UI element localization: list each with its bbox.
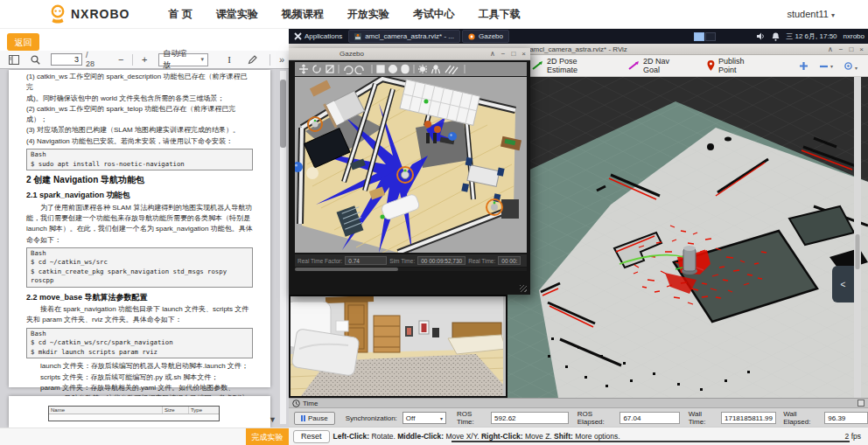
time-panel-titlebar[interactable]: Time — [289, 399, 868, 408]
zoom-in-icon[interactable]: + — [137, 52, 151, 67]
taskbar-window-title: Gazebo — [479, 32, 503, 40]
wall-elapsed-field[interactable]: 96.39 — [824, 412, 868, 424]
more-tools-icon[interactable]: » — [275, 52, 289, 67]
chevron-down-icon: ▾ — [440, 415, 443, 421]
code-block: Bash $ cd ~/catkin_ws/src/spark_navigati… — [26, 328, 253, 359]
close-icon[interactable]: × — [522, 50, 526, 58]
gazebo-hscrollbar-thumb[interactable] — [295, 268, 398, 271]
doc-heading-2: 2 创建 Navigation 导航功能包 — [26, 175, 253, 185]
back-button[interactable]: 返回 — [7, 33, 39, 51]
tool-properties-button[interactable]: ▾ — [844, 61, 858, 71]
pdf-panel: 返回 / 28 − + 自动缩放 ▾ I » — [0, 29, 289, 428]
rviz-window-controls: ∧ − □ × — [828, 44, 864, 55]
doc-line: (2) catkin_ws 工作空间的 spark_telop 功能包已存在（前… — [26, 104, 253, 126]
tool-2d-pose-estimate[interactable]: 2D Pose Estimate — [532, 57, 609, 74]
tool-2d-nav-goal[interactable]: 2D Nav Goal — [628, 57, 688, 74]
code-line: $ mkdir launch scripts param rviz — [31, 348, 248, 358]
help-key: Shift: — [554, 432, 573, 441]
figure-col-name: Name — [49, 407, 163, 414]
real-time-value: 00 00: — [498, 256, 521, 265]
bell-icon[interactable] — [772, 32, 780, 41]
finish-experiment-button[interactable]: 完成实验 — [246, 428, 289, 445]
clock-icon — [292, 400, 300, 407]
remove-tool-button[interactable]: ▾ — [819, 63, 833, 69]
gazebo-status-bar: Real Time Factor: 0.74 Sim Time: 00 00:0… — [295, 254, 527, 267]
views-panel-collapse-tab[interactable]: < — [832, 266, 854, 302]
minimize-icon[interactable]: − — [839, 44, 844, 55]
time-panel-controls: Pause Synchronization: Off ▾ ROS Time: 5… — [289, 408, 868, 428]
user-menu[interactable]: student11 ▾ — [787, 9, 835, 19]
pause-label: Pause — [308, 414, 328, 422]
float-panel-icon[interactable] — [858, 400, 864, 407]
chevron-down-icon: ▾ — [855, 65, 858, 71]
brand-name: NXROBO — [71, 7, 130, 21]
doc-line: 成)。同时确保该包中的 world 文件夹包含所需的各类三维场景； — [26, 94, 253, 104]
workspace-1[interactable] — [694, 32, 704, 41]
fps-counter: 2 fps — [845, 432, 861, 441]
rviz-app-icon — [354, 33, 361, 40]
gazebo-hscrollbar[interactable] — [295, 268, 527, 271]
page-number-input[interactable] — [51, 53, 82, 66]
rtf-label: Real Time Factor: — [298, 258, 342, 264]
applications-menu[interactable]: Applications — [289, 29, 347, 44]
page-footer: 完成实验 — [0, 428, 289, 445]
wall-elapsed-label: Wall Elapsed: — [783, 410, 819, 426]
reset-button[interactable]: Reset — [293, 430, 330, 443]
pen-icon[interactable] — [245, 52, 259, 67]
sync-select[interactable]: Off ▾ — [402, 412, 446, 424]
resize-grip-icon[interactable] — [520, 285, 527, 292]
zoom-mode-select[interactable]: 自动缩放 ▾ — [158, 53, 208, 66]
shade-icon[interactable]: ∧ — [828, 44, 833, 55]
nav-item-class-lab[interactable]: 课堂实验 — [216, 7, 258, 22]
sidebar-toggle-icon[interactable] — [7, 52, 21, 67]
screen: NXROBO 首 页 课堂实验 视频课程 开放实验 考试中心 工具下载 stud… — [0, 0, 868, 445]
scroll-down-icon[interactable]: ▼ — [269, 415, 276, 424]
site-header: NXROBO 首 页 课堂实验 视频课程 开放实验 考试中心 工具下载 stud… — [0, 0, 868, 29]
code-line: $ catkin_create_pkg spark_navigation std… — [31, 268, 248, 286]
user-name: student11 — [787, 9, 829, 19]
search-icon[interactable] — [28, 52, 42, 67]
taskbar-window-gazebo[interactable]: Gazebo — [462, 30, 509, 43]
workspace-switcher[interactable] — [694, 32, 716, 41]
doc-paragraph: 接着在 spark_navigation 功能包目录下 launch 文件夹、s… — [26, 304, 253, 326]
page-total: / 28 — [86, 51, 98, 68]
code-label: Bash — [31, 330, 248, 339]
text-select-icon[interactable]: I — [222, 52, 236, 67]
ros-elapsed-field[interactable]: 67.04 — [620, 412, 679, 424]
time-panel: Time Pause Synchronization: Off ▾ ROS Ti… — [289, 398, 868, 427]
ros-time-field[interactable]: 592.62 — [491, 412, 569, 424]
close-icon[interactable]: × — [859, 44, 864, 55]
rviz-title-text: amcl_camera_astra.rviz* - RViz — [529, 45, 627, 53]
nav-item-video-course[interactable]: 视频课程 — [282, 7, 324, 22]
pdf-document-area[interactable]: (1) catkin_ws 工作空间的 spark_description 功能… — [0, 69, 289, 428]
workspace-2[interactable] — [705, 32, 716, 41]
maximize-icon[interactable]: □ — [849, 44, 853, 55]
pdf-scrollbar-thumb[interactable] — [280, 80, 286, 148]
volume-icon[interactable] — [757, 32, 766, 40]
gazebo-3d-view[interactable] — [295, 77, 527, 253]
pause-button[interactable]: Pause — [294, 412, 335, 425]
tool-label: Publish Point — [718, 57, 764, 74]
applications-label: Applications — [304, 32, 342, 40]
shade-icon[interactable]: ∧ — [490, 50, 495, 58]
camera-view-panel[interactable] — [289, 295, 508, 398]
chevron-down-icon: ▾ — [831, 11, 835, 19]
gazebo-titlebar[interactable]: Gazebo ∧ − □ × — [289, 48, 530, 60]
add-tool-button[interactable] — [799, 61, 808, 71]
nav-item-exam-center[interactable]: 考试中心 — [413, 7, 455, 22]
minimize-icon[interactable]: − — [501, 50, 506, 58]
pdf-page-1: (1) catkin_ws 工作空间的 spark_description 功能… — [9, 70, 270, 387]
zoom-out-icon[interactable]: − — [114, 52, 128, 67]
session-user[interactable]: nxrobo — [844, 32, 864, 40]
clock[interactable]: 三 12 6月, 17:50 — [786, 31, 836, 41]
nav-item-home[interactable]: 首 页 — [168, 7, 192, 22]
nav-item-open-lab[interactable]: 开放实验 — [347, 7, 389, 22]
nav-item-tools[interactable]: 工具下载 — [479, 7, 521, 22]
tool-publish-point[interactable]: Publish Point — [707, 57, 764, 74]
taskbar-window-rviz[interactable]: amcl_camera_astra.rviz* - ... — [348, 30, 460, 43]
wall-time-field[interactable]: 1718185811.99 — [721, 412, 776, 424]
maximize-icon[interactable]: □ — [511, 50, 515, 58]
brand-logo[interactable]: NXROBO — [48, 3, 130, 24]
wall-time-label: Wall Time: — [689, 410, 716, 426]
code-label: Bash — [31, 249, 248, 259]
